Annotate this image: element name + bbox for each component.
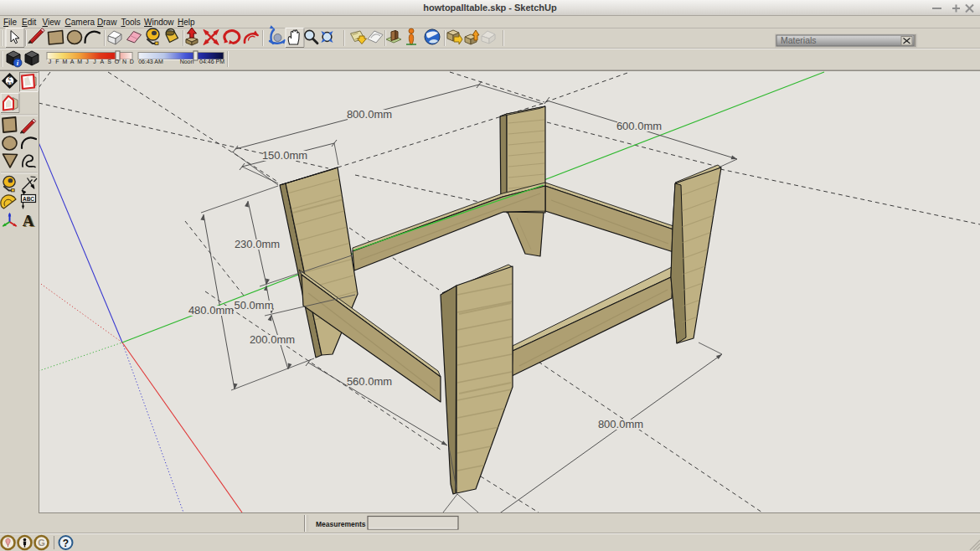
svg-text:50.0mm: 50.0mm	[235, 299, 274, 312]
svg-text:F: F	[55, 59, 59, 64]
svg-text:A: A	[100, 59, 104, 64]
svg-text:?: ?	[63, 538, 69, 549]
svg-text:A: A	[23, 212, 34, 229]
svg-text:480.0mm: 480.0mm	[188, 304, 234, 317]
svg-text:Camera: Camera	[65, 18, 95, 27]
svg-text:howtopalltable.skp - SketchUp: howtopalltable.skp - SketchUp	[423, 3, 557, 13]
svg-text:J: J	[85, 59, 89, 64]
svg-text:File: File	[3, 18, 18, 27]
svg-text:200.0mm: 200.0mm	[250, 333, 295, 346]
svg-text:Window: Window	[144, 18, 174, 27]
svg-text:Draw: Draw	[97, 18, 117, 27]
svg-text:M: M	[62, 59, 67, 64]
svg-text:Edit: Edit	[22, 18, 36, 27]
svg-text:View: View	[43, 18, 61, 27]
svg-text:230.0mm: 230.0mm	[235, 238, 280, 250]
svg-text:Help: Help	[178, 18, 195, 27]
svg-text:A: A	[70, 59, 75, 64]
svg-text:150.0mm: 150.0mm	[262, 149, 307, 162]
svg-text:N: N	[122, 59, 126, 64]
svg-text:M: M	[77, 59, 82, 64]
svg-text:Tools: Tools	[121, 18, 141, 27]
svg-text:Measurements: Measurements	[316, 520, 366, 528]
svg-text:Materials: Materials	[781, 35, 817, 45]
svg-text:560.0mm: 560.0mm	[347, 375, 392, 388]
svg-text:800.0mm: 800.0mm	[598, 418, 643, 430]
svg-text:600.0mm: 600.0mm	[616, 120, 662, 132]
svg-text:06:43 AM: 06:43 AM	[138, 59, 163, 64]
svg-text:800.0mm: 800.0mm	[347, 108, 392, 121]
svg-text:ABC: ABC	[23, 196, 34, 202]
svg-text:04:46 PM: 04:46 PM	[199, 59, 224, 64]
svg-text:J: J	[93, 59, 96, 64]
svg-text:S: S	[107, 59, 111, 64]
svg-text:N·S: N·S	[7, 82, 13, 85]
svg-text:Noon: Noon	[180, 59, 194, 64]
svg-text:J: J	[49, 59, 52, 64]
svg-text:D: D	[130, 59, 134, 64]
svg-text:O: O	[115, 59, 120, 64]
svg-text:G: G	[38, 538, 45, 548]
